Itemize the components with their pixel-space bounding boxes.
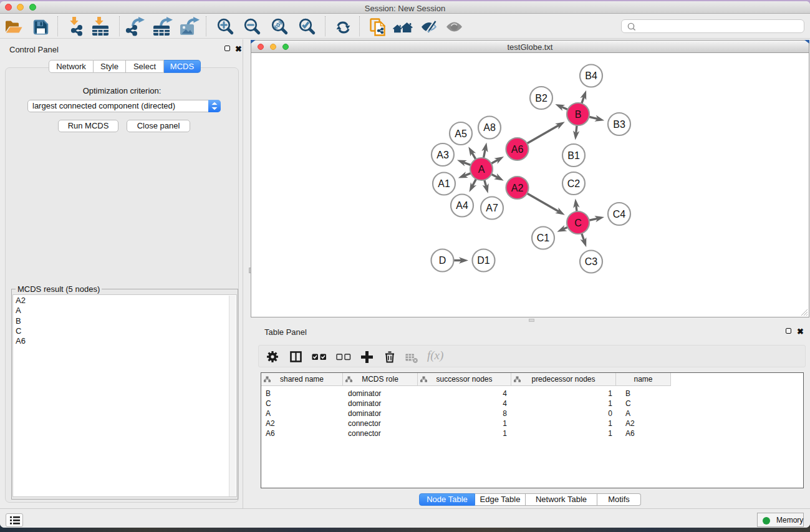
svg-text:A4: A4	[456, 200, 468, 211]
svg-text:B3: B3	[613, 119, 625, 130]
svg-text:A8: A8	[483, 122, 496, 133]
svg-text:C2: C2	[567, 178, 581, 189]
svg-text:A2: A2	[511, 183, 524, 193]
svg-text:C3: C3	[585, 256, 598, 267]
svg-text:B2: B2	[535, 93, 547, 104]
svg-text:D: D	[439, 255, 446, 266]
svg-text:A1: A1	[438, 178, 450, 189]
svg-text:C: C	[574, 218, 582, 228]
svg-text:B1: B1	[567, 150, 580, 161]
svg-text:A: A	[478, 164, 485, 175]
svg-text:A7: A7	[486, 203, 498, 213]
svg-text:C4: C4	[613, 209, 626, 220]
svg-text:C1: C1	[537, 233, 550, 243]
svg-text:D1: D1	[477, 255, 490, 266]
svg-text:A5: A5	[455, 128, 467, 139]
svg-text:B4: B4	[585, 70, 597, 81]
svg-text:B: B	[575, 109, 582, 120]
svg-text:A3: A3	[436, 150, 449, 160]
svg-text:A6: A6	[511, 144, 524, 155]
